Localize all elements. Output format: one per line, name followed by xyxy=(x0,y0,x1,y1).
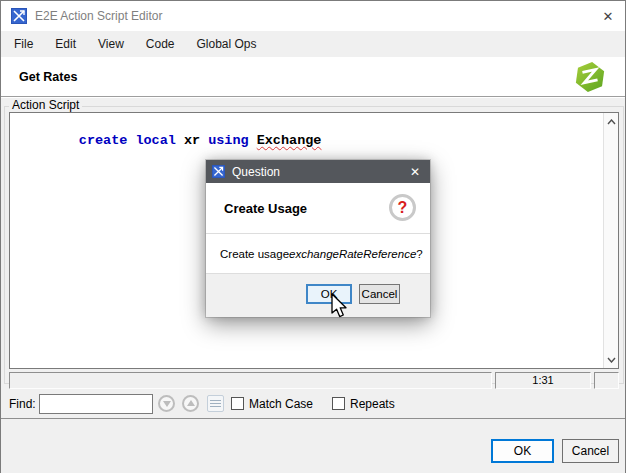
menu-global-ops[interactable]: Global Ops xyxy=(186,31,268,57)
ok-button[interactable]: OK xyxy=(491,439,554,463)
vertical-scrollbar[interactable] xyxy=(603,113,618,368)
find-bar: Find: Match Case Repeats xyxy=(1,390,625,418)
status-cell-corner xyxy=(594,372,619,389)
code-token-identifier: xr xyxy=(184,133,200,148)
cancel-button[interactable]: Cancel xyxy=(562,439,619,463)
menu-file[interactable]: File xyxy=(3,31,44,57)
find-label: Find: xyxy=(9,397,36,411)
mouse-cursor-icon xyxy=(330,293,349,320)
app-icon xyxy=(11,8,27,24)
title-bar: E2E Action Script Editor ✕ xyxy=(1,1,625,31)
code-token-identifier-misspelled: Exchange xyxy=(257,133,322,148)
menu-code[interactable]: Code xyxy=(135,31,186,57)
dialog-message: Create usage exchangeRateReference? xyxy=(206,234,430,273)
status-cell-empty xyxy=(9,372,492,389)
question-mark-icon: ? xyxy=(389,194,416,221)
match-case-checkbox[interactable] xyxy=(231,397,244,410)
code-token-keyword: local xyxy=(135,133,176,148)
group-label: Action Script xyxy=(9,98,82,112)
dialog-title-bar: Question ✕ xyxy=(206,160,430,183)
scroll-up-icon[interactable] xyxy=(604,114,619,129)
e2e-logo-icon xyxy=(573,60,607,94)
code-token-keyword: using xyxy=(208,133,249,148)
menu-edit[interactable]: Edit xyxy=(44,31,87,57)
dialog-cancel-button[interactable]: Cancel xyxy=(359,284,400,304)
page-title: Get Rates xyxy=(19,70,77,84)
window-title: E2E Action Script Editor xyxy=(35,9,162,23)
dialog-message-suffix: ? xyxy=(416,248,422,260)
repeats-checkbox[interactable] xyxy=(332,397,345,410)
scroll-down-icon[interactable] xyxy=(604,352,619,367)
code-line: createlocalxrusingExchange xyxy=(14,118,321,163)
dialog-message-prefix: Create usage xyxy=(220,248,289,260)
find-next-icon[interactable] xyxy=(158,395,175,412)
dialog-app-icon xyxy=(212,165,225,178)
match-case-label: Match Case xyxy=(249,397,313,411)
footer-bar: OK Cancel xyxy=(1,418,625,473)
find-input[interactable] xyxy=(39,394,153,414)
dialog-heading: Create Usage xyxy=(224,201,307,216)
menu-view[interactable]: View xyxy=(87,31,135,57)
highlight-all-icon[interactable] xyxy=(207,395,224,412)
caret-position: 1:31 xyxy=(495,372,591,389)
dialog-title: Question xyxy=(232,165,280,179)
menu-bar: File Edit View Code Global Ops xyxy=(1,31,625,57)
question-dialog: Question ✕ Create Usage ? Create usage e… xyxy=(206,160,430,317)
dialog-message-emphasis: exchangeRateReference xyxy=(289,248,416,260)
header: Get Rates xyxy=(1,57,625,97)
code-token-keyword: create xyxy=(79,133,128,148)
repeats-label: Repeats xyxy=(350,397,395,411)
find-previous-icon[interactable] xyxy=(182,395,199,412)
editor-status-bar: 1:31 xyxy=(9,372,619,389)
dialog-heading-row: Create Usage ? xyxy=(206,183,430,233)
dialog-close-icon[interactable]: ✕ xyxy=(400,160,430,183)
dialog-button-row: OK Cancel xyxy=(206,274,430,317)
close-icon[interactable]: ✕ xyxy=(591,1,625,31)
app-window: E2E Action Script Editor ✕ File Edit Vie… xyxy=(0,0,626,473)
